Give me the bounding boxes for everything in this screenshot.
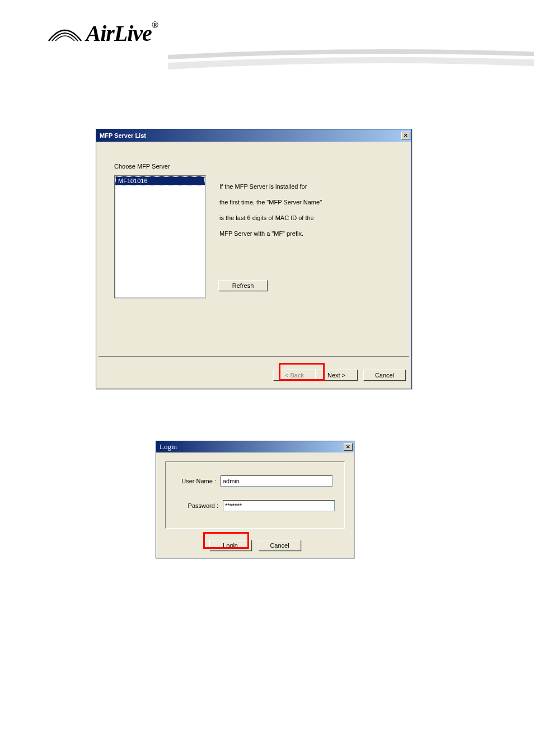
separator-line (99, 356, 409, 357)
server-listbox[interactable]: MF101016 (114, 175, 206, 298)
choose-mfp-server-label: Choose MFP Server (114, 163, 170, 170)
info-line: the first time, the "MFP Server Name" (219, 194, 348, 210)
info-line: If the MFP Server is installed for (219, 179, 348, 194)
username-label: User Name : (177, 478, 216, 484)
logo-arc-icon (46, 26, 83, 43)
password-input[interactable] (223, 500, 335, 511)
close-icon[interactable]: ✕ (344, 443, 353, 451)
airlive-logo: AirLive® (42, 20, 160, 46)
mfp-server-list-dialog: MFP Server List ✕ Choose MFP Server MF10… (96, 129, 412, 389)
login-button[interactable]: Login (209, 540, 252, 551)
mfp-title-text: MFP Server List (100, 132, 146, 139)
password-label: Password : (179, 502, 218, 509)
login-dialog: Login ✕ User Name : Password : Login Can… (156, 441, 354, 558)
password-row: Password : (179, 500, 335, 511)
mfp-titlebar: MFP Server List ✕ (96, 129, 411, 142)
info-line: is the last 6 digits of MAC ID of the (219, 210, 348, 226)
wizard-button-row: < Back Next > Cancel (273, 370, 406, 381)
refresh-button[interactable]: Refresh (218, 280, 268, 291)
info-line: MFP Server with a "MF" prefix. (219, 226, 348, 241)
username-input[interactable] (221, 475, 332, 487)
login-titlebar: Login ✕ (156, 441, 354, 452)
login-cancel-button[interactable]: Cancel (259, 540, 301, 551)
next-button[interactable]: Next > (315, 370, 358, 381)
close-icon[interactable]: ✕ (401, 132, 410, 139)
cancel-button[interactable]: Cancel (363, 370, 406, 381)
server-list-item[interactable]: MF101016 (115, 176, 205, 185)
back-button[interactable]: < Back (273, 370, 316, 381)
login-title-text: Login (160, 442, 177, 451)
mfp-info-text: If the MFP Server is installed for the f… (219, 179, 348, 241)
page-header: AirLive® (0, 0, 534, 90)
mfp-dialog-body: Choose MFP Server MF101016 If the MFP Se… (96, 142, 411, 389)
login-groupbox: User Name : Password : (165, 461, 345, 529)
login-dialog-body: User Name : Password : Login Cancel (156, 452, 354, 558)
login-button-row: Login Cancel (156, 540, 354, 551)
username-row: User Name : (177, 475, 332, 487)
header-swoosh (168, 45, 534, 78)
logo-text: AirLive® (86, 21, 157, 46)
